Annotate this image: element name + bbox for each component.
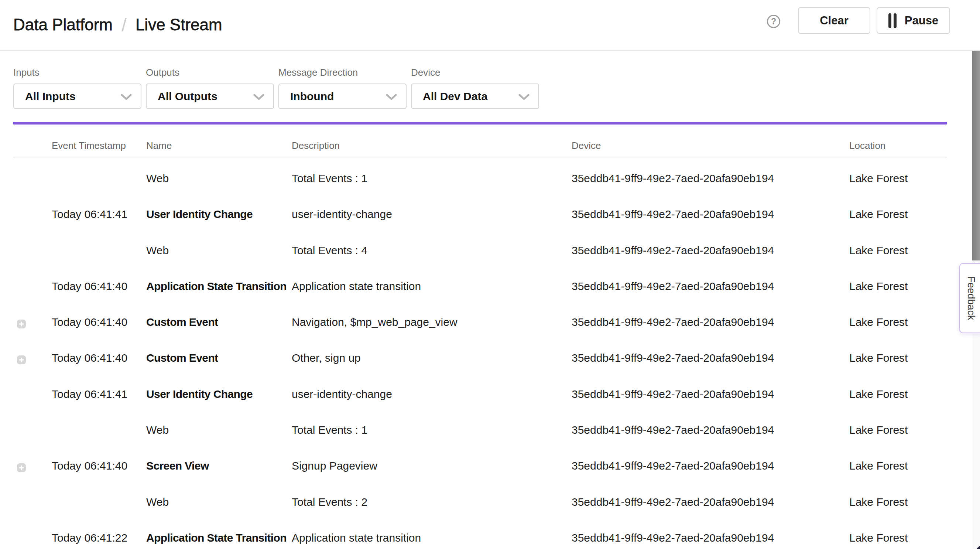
- filter-dropdown[interactable]: Inbound: [278, 83, 407, 109]
- cell-device: 35eddb41-9ff9-49e2-7aed-20afa90eb194: [572, 301, 849, 337]
- cell-location: Lake Forest: [849, 337, 947, 373]
- pause-icon: [888, 13, 897, 28]
- cell-device: 35eddb41-9ff9-49e2-7aed-20afa90eb194: [572, 265, 849, 301]
- cell-description: Application state transition: [292, 517, 572, 549]
- cell-name: Web: [146, 230, 292, 265]
- cell-event-timestamp: Today 06:41:40: [52, 445, 146, 480]
- cell-device: 35eddb41-9ff9-49e2-7aed-20afa90eb194: [572, 157, 849, 193]
- cell-name: Application State Transition: [146, 265, 292, 301]
- cell-event-timestamp: Today 06:41:22: [52, 517, 146, 549]
- cell-event-timestamp: [52, 481, 146, 517]
- table-row: Web Total Events : 1 35eddb41-9ff9-49e2-…: [13, 409, 947, 445]
- pause-button-label: Pause: [905, 14, 938, 27]
- clear-button-label: Clear: [820, 14, 848, 27]
- cell-device: 35eddb41-9ff9-49e2-7aed-20afa90eb194: [572, 481, 849, 517]
- cell-description: Navigation, $mp_web_page_view: [292, 301, 572, 337]
- table-row: Today 06:41:40 Custom Event Navigation, …: [13, 301, 947, 337]
- filter-dropdown[interactable]: All Outputs: [146, 83, 274, 109]
- table-row: Today 06:41:40 Application State Transit…: [13, 265, 947, 301]
- cell-location: Lake Forest: [849, 373, 947, 409]
- cell-event-timestamp: Today 06:41:40: [52, 301, 146, 337]
- filter-group: Outputs All Outputs: [146, 68, 274, 77]
- cell-event-timestamp: Today 06:41:41: [52, 373, 146, 409]
- cell-device: 35eddb41-9ff9-49e2-7aed-20afa90eb194: [572, 230, 849, 265]
- table-row: Web Total Events : 2 35eddb41-9ff9-49e2-…: [13, 481, 947, 517]
- column-event-timestamp: Event Timestamp: [52, 124, 146, 156]
- table-row: Today 06:41:22 Application State Transit…: [13, 517, 947, 549]
- breadcrumb-page: Live Stream: [135, 16, 222, 34]
- chevron-down-icon: [386, 94, 397, 100]
- feedback-tab-label: Feedback: [965, 276, 977, 320]
- cell-name: Custom Event: [146, 337, 292, 373]
- cell-device: 35eddb41-9ff9-49e2-7aed-20afa90eb194: [572, 373, 849, 409]
- expand-row-button[interactable]: [17, 356, 26, 364]
- cell-location: Lake Forest: [849, 230, 947, 265]
- breadcrumb-section[interactable]: Data Platform: [13, 16, 113, 34]
- chevron-down-icon: [253, 94, 264, 100]
- cell-device: 35eddb41-9ff9-49e2-7aed-20afa90eb194: [572, 409, 849, 445]
- expand-row-button[interactable]: [17, 319, 26, 329]
- cell-location: Lake Forest: [849, 517, 947, 549]
- chevron-down-icon: [519, 94, 530, 100]
- cell-event-timestamp: Today 06:41:41: [52, 193, 146, 229]
- cell-location: Lake Forest: [849, 265, 947, 301]
- cell-device: 35eddb41-9ff9-49e2-7aed-20afa90eb194: [572, 445, 849, 480]
- filter-dropdown[interactable]: All Dev Data: [411, 83, 539, 109]
- plus-icon: [19, 321, 24, 327]
- cell-description: Total Events : 1: [292, 157, 572, 193]
- filter-selected-value: All Dev Data: [423, 84, 487, 108]
- help-icon[interactable]: ?: [767, 15, 780, 28]
- plus-icon: [19, 357, 24, 362]
- cell-name: Web: [146, 481, 292, 517]
- cell-device: 35eddb41-9ff9-49e2-7aed-20afa90eb194: [572, 517, 849, 549]
- cell-event-timestamp: [52, 157, 146, 193]
- clear-button[interactable]: Clear: [798, 7, 870, 34]
- cell-description: Total Events : 2: [292, 481, 572, 517]
- table-row: Web Total Events : 4 35eddb41-9ff9-49e2-…: [13, 230, 947, 265]
- filter-selected-value: All Outputs: [158, 84, 218, 108]
- table-row: Today 06:41:41 User Identity Change user…: [13, 373, 947, 409]
- cell-device: 35eddb41-9ff9-49e2-7aed-20afa90eb194: [572, 337, 849, 373]
- cell-name: Application State Transition: [146, 517, 292, 549]
- cell-description: Total Events : 1: [292, 409, 572, 445]
- cell-location: Lake Forest: [849, 445, 947, 480]
- header: Data Platform/Live Stream ? Clear Pause: [0, 0, 980, 51]
- cell-description: user-identity-change: [292, 373, 572, 409]
- live-stream-table: Event Timestamp Name Description Device …: [13, 124, 947, 549]
- expand-row-button[interactable]: [17, 463, 26, 472]
- cell-location: Lake Forest: [849, 481, 947, 517]
- table-body: Web Total Events : 1 35eddb41-9ff9-49e2-…: [13, 157, 947, 549]
- cell-description: Application state transition: [292, 265, 572, 301]
- accent-divider: [13, 122, 947, 124]
- breadcrumb-separator-icon: /: [121, 15, 127, 35]
- column-expand: [13, 124, 52, 156]
- table-row: Today 06:41:40 Screen View Signup Pagevi…: [13, 445, 947, 480]
- column-location: Location: [849, 124, 947, 156]
- filter-selected-value: All Inputs: [25, 84, 76, 108]
- cell-name: Custom Event: [146, 301, 292, 337]
- cell-event-timestamp: [52, 230, 146, 265]
- filter-group: Device All Dev Data: [411, 68, 539, 77]
- cell-event-timestamp: Today 06:41:40: [52, 265, 146, 301]
- filter-label: Message Direction: [278, 68, 407, 77]
- filter-group: Inputs All Inputs: [13, 68, 142, 77]
- cell-event-timestamp: Today 06:41:40: [52, 337, 146, 373]
- column-description: Description: [292, 124, 572, 156]
- cell-name: Web: [146, 157, 292, 193]
- scrollbar-thumb[interactable]: [972, 51, 980, 260]
- cell-description: user-identity-change: [292, 193, 572, 229]
- table-header-row: Event Timestamp Name Description Device …: [13, 124, 947, 157]
- pause-button[interactable]: Pause: [877, 7, 950, 34]
- filter-label: Outputs: [146, 68, 274, 77]
- filter-label: Inputs: [13, 68, 142, 77]
- column-device: Device: [572, 124, 849, 156]
- filter-group: Message Direction Inbound: [278, 68, 407, 77]
- plus-icon: [19, 465, 24, 470]
- filter-label: Device: [411, 68, 539, 77]
- filter-selected-value: Inbound: [290, 84, 334, 108]
- cell-name: Screen View: [146, 445, 292, 480]
- filter-dropdown[interactable]: All Inputs: [13, 83, 142, 109]
- cell-location: Lake Forest: [849, 301, 947, 337]
- feedback-tab[interactable]: Feedback: [959, 263, 980, 333]
- cell-name: User Identity Change: [146, 373, 292, 409]
